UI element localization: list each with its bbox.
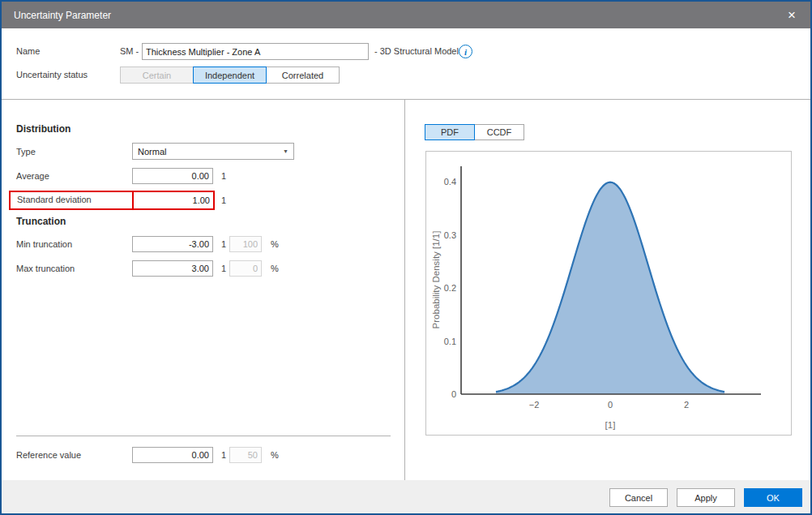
footer-bar: Cancel Apply OK (2, 480, 810, 513)
distribution-type-dropdown[interactable]: Normal ▼ (132, 143, 294, 160)
cancel-button[interactable]: Cancel (609, 488, 668, 507)
average-unit: 1 (221, 171, 226, 181)
svg-text:0: 0 (608, 400, 613, 410)
chart-tabs: PDF CCDF (425, 124, 524, 140)
panel-divider (404, 100, 405, 480)
name-label: Name (16, 46, 40, 56)
min-truncation-pct-input (229, 236, 262, 252)
name-input[interactable] (142, 43, 369, 60)
status-option-certain: Certain (120, 67, 194, 84)
min-truncation-label: Min truncation (16, 239, 72, 249)
reference-value-unit: 1 (221, 450, 226, 460)
stddev-unit: 1 (221, 195, 226, 205)
reference-divider (16, 436, 391, 436)
min-truncation-input[interactable] (132, 236, 213, 252)
min-truncation-unit: 1 (221, 239, 226, 249)
average-input[interactable] (132, 168, 213, 184)
pdf-curve-fill (496, 182, 724, 394)
x-axis-title: [1] (605, 420, 616, 430)
pdf-chart-svg: 00.10.20.30.4 −202 Probability Density [… (426, 152, 791, 435)
svg-text:−2: −2 (529, 400, 540, 410)
close-icon[interactable]: × (780, 2, 804, 28)
name-prefix: SM - (120, 46, 139, 56)
uncertainty-status-label: Uncertainty status (16, 70, 88, 79)
svg-text:0: 0 (451, 389, 456, 399)
average-label: Average (16, 171, 49, 181)
x-axis-tick-labels: −202 (529, 400, 689, 410)
svg-text:0.3: 0.3 (444, 230, 456, 240)
dialog-title: Uncertainty Parameter (14, 10, 111, 21)
reference-pct-input (229, 447, 262, 463)
pdf-chart-panel: 00.10.20.30.4 −202 Probability Density [… (425, 151, 792, 436)
svg-text:0.2: 0.2 (444, 283, 456, 293)
svg-text:2: 2 (684, 400, 689, 410)
max-truncation-label: Max truncation (16, 264, 75, 273)
max-truncation-pct-symbol: % (271, 264, 279, 273)
y-axis-tick-labels: 00.10.20.30.4 (444, 177, 456, 399)
info-icon[interactable]: i (459, 45, 472, 58)
tab-ccdf[interactable]: CCDF (474, 124, 524, 140)
header-divider (2, 99, 810, 100)
uncertainty-status-group: Certain Independent Correlated (120, 67, 340, 84)
status-option-correlated[interactable]: Correlated (266, 67, 340, 84)
name-suffix: - 3D Structural Model (374, 46, 459, 56)
reference-value-input[interactable] (132, 447, 213, 463)
max-truncation-input[interactable] (132, 260, 213, 277)
apply-button[interactable]: Apply (677, 488, 735, 507)
truncation-section-header: Truncation (16, 216, 66, 227)
min-truncation-pct-symbol: % (271, 239, 279, 249)
distribution-section-header: Distribution (16, 123, 71, 135)
type-label: Type (16, 147, 36, 157)
status-option-independent[interactable]: Independent (193, 67, 267, 84)
svg-text:0.1: 0.1 (444, 337, 456, 346)
max-truncation-unit: 1 (221, 264, 226, 273)
ok-button[interactable]: OK (744, 488, 802, 507)
distribution-type-value: Normal (138, 147, 166, 157)
uncertainty-parameter-dialog: Uncertainty Parameter × Name SM - - 3D S… (0, 0, 812, 515)
max-truncation-pct-input (229, 260, 262, 277)
svg-text:0.4: 0.4 (444, 177, 456, 187)
stddev-input[interactable] (134, 192, 213, 208)
chevron-down-icon: ▼ (283, 148, 288, 154)
reference-pct-symbol: % (271, 450, 279, 460)
stddev-highlight-box: Standard deviation (9, 191, 215, 210)
y-axis-title: Probability Density [1/1] (431, 231, 441, 329)
title-bar: Uncertainty Parameter × (2, 2, 810, 28)
reference-value-label: Reference value (16, 450, 81, 460)
tab-pdf[interactable]: PDF (425, 124, 475, 140)
stddev-label: Standard deviation (17, 195, 92, 204)
